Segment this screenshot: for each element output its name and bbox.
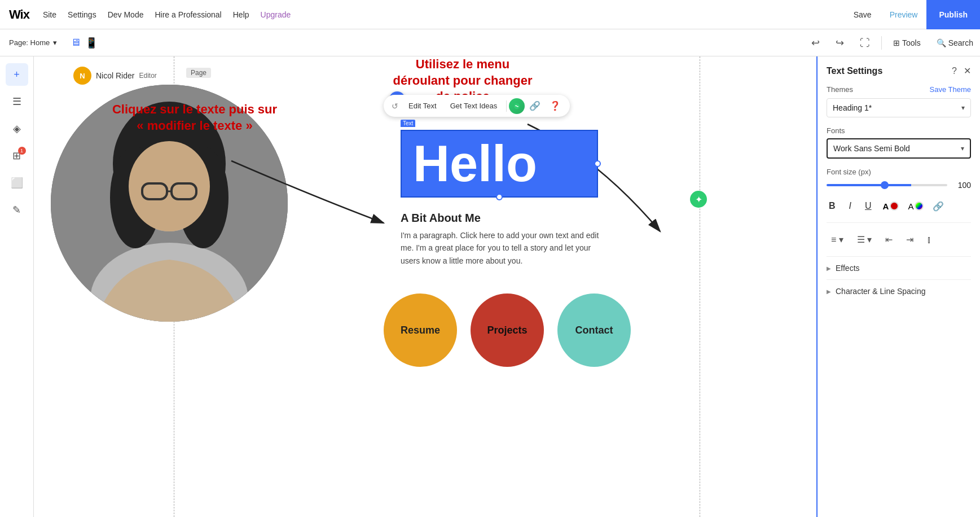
resume-button[interactable]: Resume <box>384 293 457 367</box>
heading-select[interactable]: Heading 1* ▾ <box>827 98 971 117</box>
desktop-icon[interactable]: 🖥 <box>71 37 81 49</box>
panel-close-button[interactable]: ✕ <box>964 65 971 76</box>
top-bar-right: Save Preview Publish <box>845 0 980 29</box>
text-color-label: A <box>883 201 889 211</box>
user-avatar: N <box>73 67 91 85</box>
heading-dropdown-icon: ▾ <box>961 104 965 112</box>
nav-upgrade[interactable]: Upgrade <box>261 10 291 19</box>
fonts-label: Fonts <box>827 126 971 135</box>
text-color-picker[interactable] <box>890 201 899 211</box>
font-size-slider[interactable] <box>827 184 947 186</box>
character-spacing-expand-icon: ▶ <box>827 288 831 295</box>
effects-header[interactable]: ▶ Effects <box>827 264 971 273</box>
themes-label: Themes <box>827 85 853 94</box>
about-section: A Bit About Me I'm a paragraph. Click he… <box>401 212 604 267</box>
font-size-label: Font size (px) <box>827 168 971 176</box>
search-icon: 🔍 <box>937 38 946 47</box>
list-button[interactable]: ☰ ▾ <box>852 232 876 247</box>
font-size-value: 100 <box>954 181 971 190</box>
nav-devmode[interactable]: Dev Mode <box>108 10 144 19</box>
canvas-area: N Nicol Rider Editor Page <box>34 56 816 517</box>
save-button[interactable]: Save <box>845 0 881 29</box>
help-toolbar-button[interactable]: ❓ <box>545 97 565 115</box>
top-nav: Site Settings Dev Mode Hire a Profession… <box>43 10 291 19</box>
panel-title: Text Settings <box>827 66 882 76</box>
top-bar: Wix Site Settings Dev Mode Hire a Profes… <box>0 0 980 29</box>
align-left-button[interactable]: ≡ ▾ <box>827 232 848 247</box>
undo-button[interactable]: ↩ <box>805 29 827 56</box>
second-bar: Page: Home ▾ 🖥 📱 ↩ ↪ ⛶ ⊞ Tools 🔍 Search <box>0 29 980 56</box>
sidebar-pen-icon[interactable]: ✎ <box>6 199 28 221</box>
fonts-dropdown-icon: ▾ <box>961 144 964 152</box>
refresh-toolbar-icon: ↺ <box>388 102 402 111</box>
search-label: Search <box>948 38 973 47</box>
resize-handle-bottom[interactable] <box>496 194 503 200</box>
themes-row: Themes Save Theme <box>827 85 971 94</box>
ai-content-icon[interactable]: ✦ <box>690 191 707 208</box>
nav-settings[interactable]: Settings <box>68 10 96 19</box>
tools-button[interactable]: ⊞ Tools <box>886 29 928 56</box>
sidebar-apps-icon[interactable]: ⊞ 1 <box>6 144 28 167</box>
sidebar-blog-icon[interactable]: ☰ <box>6 90 28 113</box>
action-buttons-row: Resume Projects Contact <box>384 293 631 367</box>
link-toolbar-button[interactable]: 🔗 <box>525 97 545 115</box>
device-icons: 🖥 📱 <box>71 37 98 49</box>
mobile-icon[interactable]: 📱 <box>85 37 98 49</box>
left-sidebar: + ☰ ◈ ⊞ 1 ⬜ ✎ <box>0 56 34 517</box>
apps-badge: 1 <box>18 147 26 155</box>
sidebar-add-icon[interactable]: + <box>6 63 28 86</box>
nav-hire[interactable]: Hire a Professional <box>155 10 221 19</box>
bold-button[interactable]: B <box>827 199 838 213</box>
publish-button[interactable]: Publish <box>926 0 980 29</box>
effects-label: Effects <box>836 264 860 273</box>
projects-button[interactable]: Projects <box>471 293 544 367</box>
user-name: Nicol Rider <box>96 71 134 80</box>
underline-button[interactable]: U <box>863 199 874 213</box>
page-name: Page: Home <box>9 38 50 47</box>
user-badge: N Nicol Rider Editor <box>73 67 157 85</box>
tools-label: Tools <box>902 38 921 47</box>
link-format-button[interactable]: 🔗 <box>933 201 944 212</box>
contact-button[interactable]: Contact <box>557 293 631 367</box>
editor-tag: Editor <box>139 72 156 80</box>
panel-header-icons: ? ✕ <box>952 65 971 76</box>
hello-text-box[interactable]: Hello <box>401 130 598 198</box>
wix-logo: Wix <box>9 7 29 22</box>
italic-button[interactable]: I <box>847 199 854 213</box>
indent-increase-button[interactable]: ⇥ <box>902 232 918 247</box>
redo-button[interactable]: ↪ <box>829 29 851 56</box>
main-layout: + ☰ ◈ ⊞ 1 ⬜ ✎ N Nicol Rider Editor Page <box>0 56 980 517</box>
save-theme-button[interactable]: Save Theme <box>930 85 971 94</box>
highlight-color-picker[interactable] <box>915 201 924 211</box>
effects-section: ▶ Effects <box>827 256 971 279</box>
page-selector[interactable]: Page: Home ▾ <box>9 38 57 47</box>
about-title: A Bit About Me <box>401 212 604 225</box>
panel-help-button[interactable]: ? <box>952 66 957 76</box>
effects-expand-icon: ▶ <box>827 265 831 271</box>
fonts-value: Work Sans Semi Bold <box>833 144 910 153</box>
preview-button[interactable]: Preview <box>881 0 927 29</box>
search-button[interactable]: 🔍 Search <box>930 29 980 56</box>
get-text-ideas-button[interactable]: Get Text Ideas <box>443 98 504 113</box>
indent-decrease-button[interactable]: ⇤ <box>881 232 897 247</box>
sidebar-image-icon[interactable]: ⬜ <box>6 172 28 194</box>
edit-text-button[interactable]: Edit Text <box>402 98 443 113</box>
annotation-left: Cliquez sur le texte puis sur « modifier… <box>96 102 293 134</box>
resize-handle-right[interactable] <box>594 160 601 167</box>
sidebar-paint-icon[interactable]: ◈ <box>6 117 28 140</box>
second-bar-actions: ↩ ↪ ⛶ ⊞ Tools 🔍 Search <box>805 29 980 56</box>
format-row: B I U A A 🔗 <box>827 199 971 223</box>
right-panel: Text Settings ? ✕ Themes Save Theme Head… <box>816 56 980 517</box>
text-color-group: A <box>883 201 899 211</box>
character-spacing-label: Character & Line Spacing <box>836 287 926 296</box>
fullscreen-button[interactable]: ⛶ <box>853 29 877 56</box>
text-element-label: Text <box>401 120 415 127</box>
ai-toolbar-button[interactable] <box>509 98 525 114</box>
nav-help[interactable]: Help <box>233 10 249 19</box>
direction-button[interactable]: ⫿ <box>922 233 936 247</box>
fonts-select[interactable]: Work Sans Semi Bold ▾ <box>827 138 971 159</box>
nav-site[interactable]: Site <box>43 10 56 19</box>
page-label: Page <box>186 68 211 78</box>
character-spacing-header[interactable]: ▶ Character & Line Spacing <box>827 287 971 296</box>
highlight-label: A <box>908 201 913 211</box>
